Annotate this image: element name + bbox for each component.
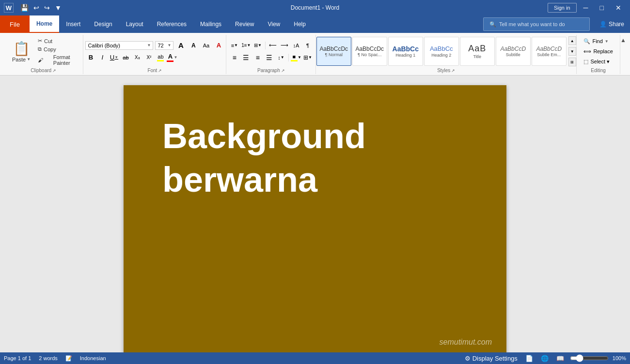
- document-page: Background berwarna semutimut.com: [124, 85, 506, 352]
- menu-layout[interactable]: Layout: [119, 15, 150, 33]
- paragraph-label: Paragraph: [257, 68, 280, 73]
- styles-scroll: ▲ ▼ ⊞: [568, 36, 576, 66]
- clipboard-dialog-launcher[interactable]: ↗: [52, 68, 56, 73]
- menu-file[interactable]: File: [0, 15, 30, 33]
- italic-button[interactable]: I: [97, 52, 108, 63]
- search-placeholder: Tell me what you want to do: [499, 21, 565, 27]
- status-left: Page 1 of 1 2 words 📝 Indonesian: [4, 355, 106, 362]
- paste-dropdown-arrow[interactable]: ▼: [27, 57, 31, 61]
- font-color-button[interactable]: A ▼: [167, 52, 177, 63]
- align-left-button[interactable]: ≡: [229, 52, 240, 63]
- clear-format-button[interactable]: A: [213, 40, 224, 51]
- numbering-button[interactable]: 1≡ ▼: [241, 40, 252, 51]
- style-no-spacing[interactable]: AaBbCcDc ¶ No Spac...: [352, 37, 387, 66]
- sign-in-button[interactable]: Sign in: [548, 3, 577, 13]
- restore-button[interactable]: □: [595, 0, 609, 15]
- display-settings-button[interactable]: ⚙ Display Settings: [463, 354, 520, 363]
- menu-insert[interactable]: Insert: [59, 15, 87, 33]
- menu-mailings[interactable]: Mailings: [193, 15, 228, 33]
- zoom-slider[interactable]: [570, 354, 609, 362]
- menu-review[interactable]: Review: [228, 15, 261, 33]
- style-normal[interactable]: AaBbCcDc ¶ Normal: [316, 37, 351, 66]
- font-case-button[interactable]: Aa: [201, 40, 211, 51]
- font-shrink-button[interactable]: A: [188, 40, 199, 51]
- subscript-button[interactable]: X₂: [132, 52, 142, 63]
- title-bar-right: Sign in ─ □ ✕: [548, 0, 626, 15]
- paste-button[interactable]: 📋 Paste ▼: [8, 36, 35, 67]
- find-button[interactable]: 🔍 Find ▼: [581, 37, 615, 46]
- menu-help[interactable]: Help: [287, 15, 313, 33]
- show-hide-button[interactable]: ¶: [302, 40, 313, 51]
- share-button[interactable]: 👤 Share: [594, 15, 630, 33]
- document-text[interactable]: Background berwarna: [162, 114, 366, 201]
- font-grow-button[interactable]: A: [175, 40, 186, 51]
- cut-button[interactable]: ✂ Cut: [37, 37, 79, 45]
- status-bar: Page 1 of 1 2 words 📝 Indonesian ⚙ Displ…: [0, 352, 630, 364]
- shading-button[interactable]: ■ ▼: [291, 52, 301, 63]
- undo-button[interactable]: ↩: [32, 3, 41, 13]
- zoom-level: 100%: [613, 355, 626, 361]
- clipboard-actions: ✂ Cut ⧉ Copy 🖌 Format Painter: [37, 36, 79, 67]
- decrease-indent-button[interactable]: ⟵: [268, 40, 278, 51]
- justify-button[interactable]: ☰: [264, 52, 275, 63]
- search-icon: 🔍: [489, 21, 496, 28]
- print-layout-button[interactable]: 📄: [523, 354, 535, 363]
- styles-more[interactable]: ⊞: [568, 58, 576, 66]
- replace-button[interactable]: ⟺ Replace: [581, 47, 615, 56]
- select-button[interactable]: ⬚ Select ▾: [581, 58, 615, 66]
- expand-ribbon-button[interactable]: ▲: [620, 37, 626, 44]
- styles-scroll-down[interactable]: ▼: [568, 47, 576, 56]
- increase-indent-button[interactable]: ⟶: [279, 40, 290, 51]
- borders-button[interactable]: ⊞ ▼: [302, 52, 313, 63]
- underline-button[interactable]: U ▼: [109, 52, 119, 63]
- menu-references[interactable]: References: [150, 15, 193, 33]
- menu-view[interactable]: View: [261, 15, 287, 33]
- styles-label: Styles: [437, 68, 450, 73]
- editing-group: 🔍 Find ▼ ⟺ Replace ⬚ Select ▾ Editing: [577, 35, 620, 74]
- line-spacing-button[interactable]: ↕ ▼: [276, 52, 286, 63]
- superscript-button[interactable]: X²: [143, 52, 154, 63]
- style-heading2[interactable]: AaBbCc Heading 2: [424, 37, 459, 66]
- paragraph-group: ≡ ▼ 1≡ ▼ ⊞ ▼ ⟵ ⟶ ↕A ¶ ≡ ☰ ≡ ☰ ↕ ▼ ■: [226, 35, 316, 74]
- multilevel-button[interactable]: ⊞ ▼: [252, 40, 263, 51]
- highlight-button[interactable]: ab: [155, 52, 166, 63]
- font-size-select[interactable]: 72 ▼: [155, 41, 173, 50]
- strikethrough-button[interactable]: ab: [120, 52, 131, 63]
- copy-button[interactable]: ⧉ Copy: [37, 46, 79, 53]
- display-settings-icon: ⚙: [465, 355, 471, 362]
- menu-home[interactable]: Home: [30, 15, 59, 33]
- style-subtitle[interactable]: AaBbCcD Subtitle: [496, 37, 531, 66]
- font-name-select[interactable]: Calibri (Body) ▼: [85, 41, 153, 50]
- web-layout-button[interactable]: 🌐: [539, 354, 551, 363]
- shading-color-bar: [291, 60, 298, 61]
- styles-scroll-up[interactable]: ▲: [568, 36, 576, 45]
- format-painter-icon: 🖌: [38, 57, 43, 63]
- style-title[interactable]: AaB Title: [460, 37, 495, 66]
- page-info: Page 1 of 1: [4, 355, 31, 361]
- language[interactable]: Indonesian: [80, 355, 106, 361]
- bold-button[interactable]: B: [85, 52, 96, 63]
- paragraph-dialog-launcher[interactable]: ↗: [281, 68, 285, 73]
- close-button[interactable]: ✕: [611, 0, 626, 15]
- styles-dialog-launcher[interactable]: ↗: [451, 68, 455, 73]
- align-center-button[interactable]: ☰: [241, 52, 252, 63]
- bullets-button[interactable]: ≡ ▼: [229, 40, 240, 51]
- search-box[interactable]: 🔍 Tell me what you want to do: [483, 17, 590, 31]
- window-title: Document1 - Word: [291, 4, 339, 11]
- read-mode-button[interactable]: 📖: [554, 354, 566, 363]
- quick-access-more-button[interactable]: ▼: [53, 3, 63, 13]
- redo-button[interactable]: ↪: [42, 3, 52, 13]
- align-right-button[interactable]: ≡: [252, 52, 263, 63]
- watermark-text: semutimut.com: [440, 338, 492, 347]
- save-button[interactable]: 💾: [18, 3, 31, 13]
- style-subtle-em[interactable]: AaBbCcD Subtle Em...: [532, 37, 567, 66]
- font-dialog-launcher[interactable]: ↗: [158, 68, 162, 73]
- sort-button[interactable]: ↕A: [291, 40, 301, 51]
- paste-icon: 📋: [13, 41, 30, 57]
- menu-design[interactable]: Design: [87, 15, 119, 33]
- format-painter-button[interactable]: 🖌 Format Painter: [37, 54, 79, 66]
- style-heading1[interactable]: AaBbCc Heading 1: [388, 37, 423, 66]
- minimize-button[interactable]: ─: [579, 0, 593, 15]
- proofing-icon[interactable]: 📝: [65, 355, 72, 362]
- title-bar: W 💾 ↩ ↪ ▼ Document1 - Word Sign in ─ □ ✕: [0, 0, 630, 15]
